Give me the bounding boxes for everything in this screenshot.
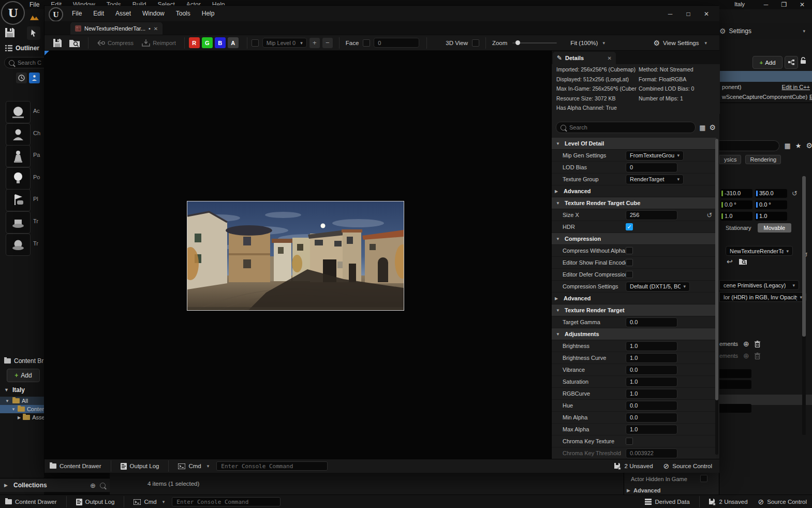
display-filter-icon[interactable]: ▦ [699, 124, 705, 132]
channel-r-button[interactable]: R [189, 37, 200, 48]
texture-editor-titlebar[interactable]: U FileEditAssetWindowToolsHelp ─ □ ✕ [45, 6, 719, 21]
recent-clock-icon[interactable] [16, 72, 27, 83]
section-level-of-detail[interactable]: ▼Level Of Detail [552, 138, 716, 150]
max-alpha-input[interactable]: 1.0 [626, 425, 677, 434]
compression-settings-dropdown[interactable]: Default (DXT1/5, BC1/3 on DX1▾ [626, 282, 690, 292]
add-element-icon[interactable]: ⊕ [743, 340, 749, 348]
derived-data-button[interactable]: Derived Data [640, 495, 695, 508]
mip-level-dropdown[interactable]: Mip Level 0 ▾ [262, 38, 307, 48]
compress-without-alpha-checkbox[interactable] [626, 247, 633, 254]
select-mode-cursor-icon[interactable] [27, 26, 40, 40]
browse-to-asset-icon[interactable] [69, 39, 80, 47]
save-icon[interactable] [53, 38, 62, 48]
face-input[interactable]: 0 [374, 38, 419, 48]
cmd-dropdown[interactable]: Cmd ▾ [173, 459, 214, 473]
menu-help[interactable]: Help [196, 10, 220, 17]
browse-to-asset-icon[interactable] [739, 258, 747, 265]
content-drawer-button[interactable]: Content Drawer [0, 495, 62, 508]
bg-details-scrollbar[interactable] [802, 176, 806, 435]
add-component-button[interactable]: + Add [752, 56, 783, 69]
zoom-slider[interactable] [512, 42, 557, 43]
details-close-icon[interactable]: ✕ [608, 55, 612, 61]
add-element-icon[interactable]: ⊕ [743, 352, 749, 360]
details-settings-gear-icon[interactable]: ⚙ [806, 141, 812, 150]
selected-component-row[interactable] [719, 71, 812, 82]
hdr-color-dropdown[interactable]: lor (HDR) in RGB, Inv Opacity ▾ [719, 292, 806, 302]
content-browser-add-button[interactable]: + Add [7, 369, 40, 382]
unsaved-status-button[interactable]: 2 Unsaved [609, 459, 658, 473]
mip-plus-button[interactable]: + [309, 38, 320, 48]
place-item-po-3[interactable] [6, 167, 31, 190]
section-compression[interactable]: ▼Compression [552, 233, 716, 245]
render-target-dropdown[interactable]: NewTextureRenderTarge ▾ [726, 246, 793, 256]
hdr-checkbox[interactable]: ✓ [626, 223, 633, 230]
build-warning-icon[interactable] [29, 13, 39, 21]
menu-edit[interactable]: Edit [87, 10, 110, 17]
details-search-input[interactable]: Search [556, 122, 696, 133]
texture-viewport[interactable] [45, 51, 551, 459]
value-field[interactable] [719, 404, 812, 413]
actor-hidden-checkbox[interactable] [700, 475, 707, 482]
zoom-slider-thumb[interactable] [515, 40, 520, 45]
favorites-star-icon[interactable]: ★ [795, 142, 802, 150]
transform-x-input[interactable]: 0.0 ° [720, 200, 752, 209]
chroma-key-threshold-input[interactable]: 0.003922 [626, 448, 677, 458]
component-row[interactable]: wSceneCaptureComponentCube) E [719, 92, 812, 101]
place-item-pa-2[interactable] [6, 145, 31, 167]
menu-file[interactable]: File [24, 1, 45, 8]
collections-search-icon[interactable] [100, 483, 106, 488]
view-settings-button[interactable]: ⚙ View Settings ▾ [653, 39, 707, 47]
bg-advanced-label[interactable]: Advanced [633, 487, 661, 494]
place-item-ch-1[interactable] [6, 123, 31, 146]
output-log-button[interactable]: Output Log [71, 495, 120, 508]
size-x-input[interactable]: 256 [626, 210, 677, 220]
close-button[interactable]: ✕ [703, 10, 710, 18]
delete-trash-icon[interactable] [755, 353, 760, 359]
tab-physics[interactable]: ysics [719, 155, 741, 164]
brightness-curve-input[interactable]: 1.0 [626, 353, 677, 363]
folder-asse[interactable]: ▶Asse [0, 413, 44, 422]
console-command-input[interactable]: Enter Console Command [216, 461, 328, 471]
unsaved-status-button[interactable]: 2 Unsaved [704, 495, 753, 508]
details-tab[interactable]: ✎ Details ✕ [553, 52, 616, 64]
edit-link[interactable]: E [809, 94, 812, 100]
details-gear-icon[interactable]: ⚙ [709, 123, 716, 132]
channel-g-button[interactable]: G [202, 37, 213, 48]
menu-tools[interactable]: Tools [170, 10, 196, 17]
saturation-input[interactable]: 1.0 [626, 377, 677, 387]
transform-y-input[interactable]: 0.0 ° [755, 200, 787, 209]
channel-a-button[interactable]: A [228, 37, 239, 48]
display-filter-icon[interactable]: ▦ [784, 142, 790, 150]
save-all-icon[interactable] [4, 27, 16, 38]
min-alpha-input[interactable]: 0.0 [626, 413, 677, 423]
brightness-input[interactable]: 1.0 [626, 341, 677, 351]
menu-asset[interactable]: Asset [110, 10, 137, 17]
path-root[interactable]: ▼ Italy [4, 386, 25, 394]
reset-icon[interactable]: ↺ [792, 190, 798, 197]
place-actors-person-icon[interactable] [29, 72, 40, 83]
output-log-button[interactable]: Output Log [115, 459, 165, 473]
value-field[interactable] [719, 380, 812, 389]
folder-conten[interactable]: ▼Conten [0, 405, 44, 413]
texture-group-dropdown[interactable]: RenderTarget▾ [626, 175, 684, 184]
section-texture-render-target[interactable]: ▼Texture Render Target [552, 304, 716, 316]
fit-dropdown[interactable]: Fit (100%) ▾ [570, 40, 605, 46]
use-selected-icon[interactable]: ↩ [727, 257, 733, 266]
unreal-logo-icon[interactable]: U [1, 1, 25, 25]
minimize-button[interactable]: ─ [667, 10, 674, 18]
place-item-pl-4[interactable] [6, 189, 31, 211]
place-item-ac-0[interactable] [6, 101, 31, 123]
tab-rendering[interactable]: Rendering [745, 155, 781, 164]
asset-tab[interactable]: NewTextureRenderTar... • ✕ [70, 22, 163, 35]
edit-in-cpp-link[interactable]: Edit in C++ [782, 84, 810, 90]
compress-button[interactable]: Compress [93, 39, 138, 47]
place-item-tr-5[interactable] [6, 211, 31, 234]
editor-show-final-encode-checkbox[interactable] [626, 259, 633, 266]
delete-trash-icon[interactable] [755, 341, 760, 347]
folder-all[interactable]: ▼All [0, 397, 44, 405]
add-collection-icon[interactable]: ⊕ [90, 482, 96, 489]
transform-x-input[interactable]: 1.0 [720, 212, 752, 221]
menu-window[interactable]: Window [137, 10, 170, 17]
mip-gen-settings-dropdown[interactable]: FromTextureGroup▾ [626, 151, 684, 161]
rgbcurve-input[interactable]: 1.0 [626, 389, 677, 399]
